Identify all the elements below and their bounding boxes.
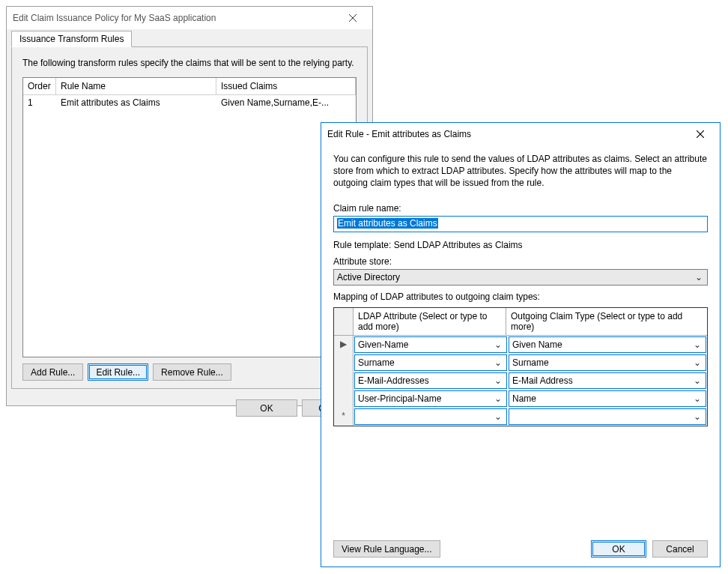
rule-cancel-button[interactable]: Cancel [652, 540, 708, 558]
claim-type-combo[interactable]: ⌄ [509, 408, 706, 425]
rule-ok-button[interactable]: OK [591, 540, 646, 558]
policy-intro: The following transform rules specify th… [22, 58, 357, 68]
rules-grid-header: Order Rule Name Issued Claims [23, 78, 356, 95]
mapping-row-new: * ⌄ ⌄ [334, 408, 707, 426]
claim-type-combo[interactable]: Surname⌄ [509, 354, 706, 371]
mapping-row: Surname⌄ Surname⌄ [334, 354, 707, 372]
chevron-down-icon: ⌄ [692, 339, 703, 350]
col-issued-claims[interactable]: Issued Claims [216, 78, 356, 95]
mapping-row: E-Mail-Addresses⌄ E-Mail Address⌄ [334, 372, 707, 390]
ldap-attr-combo[interactable]: Given-Name⌄ [354, 336, 507, 353]
chevron-down-icon: ⌄ [692, 357, 703, 368]
rule-body: You can configure this rule to send the … [321, 145, 720, 567]
close-icon[interactable] [685, 124, 715, 145]
rule-template-line: Rule template: Send LDAP Attributes as C… [333, 240, 708, 250]
claim-type-combo[interactable]: E-Mail Address⌄ [509, 372, 706, 389]
chevron-down-icon: ⌄ [493, 357, 503, 368]
attribute-store-value: Active Directory [337, 272, 400, 283]
claim-type-combo[interactable]: Given Name⌄ [509, 336, 706, 353]
policy-title: Edit Claim Issuance Policy for My SaaS a… [13, 13, 338, 23]
policy-dialog-buttons: OK Cancel [7, 393, 372, 424]
row-header-blank [334, 308, 354, 335]
policy-tabstrip: Issuance Transform Rules [11, 31, 368, 47]
claim-rule-name-label: Claim rule name: [333, 203, 708, 214]
mapping-grid-header: LDAP Attribute (Select or type to add mo… [334, 308, 707, 336]
rule-titlebar: Edit Rule - Emit attributes as Claims [321, 123, 720, 145]
ldap-attr-combo[interactable]: Surname⌄ [354, 354, 507, 371]
remove-rule-button[interactable]: Remove Rule... [153, 363, 231, 381]
ldap-attr-combo[interactable]: ⌄ [354, 408, 507, 425]
cell-issued: Given Name,Surname,E-... [216, 95, 356, 110]
col-ldap-attribute[interactable]: LDAP Attribute (Select or type to add mo… [354, 308, 506, 335]
ldap-attr-combo[interactable]: User-Principal-Name⌄ [354, 390, 507, 407]
mapping-grid: LDAP Attribute (Select or type to add mo… [333, 307, 708, 426]
row-marker: ▶ [334, 336, 354, 354]
chevron-down-icon: ⌄ [493, 339, 503, 350]
attribute-store-label: Attribute store: [333, 256, 708, 267]
close-icon[interactable] [338, 7, 368, 28]
mapping-label: Mapping of LDAP attributes to outgoing c… [333, 291, 708, 302]
row-marker [334, 390, 354, 408]
attribute-store-combo[interactable]: Active Directory ⌄ [333, 269, 708, 286]
policy-ok-button[interactable]: OK [236, 399, 297, 417]
row-marker [334, 354, 354, 372]
chevron-down-icon: ⌄ [694, 272, 704, 283]
chevron-down-icon: ⌄ [692, 411, 703, 422]
rule-buttons-row: Add Rule... Edit Rule... Remove Rule... [22, 363, 357, 381]
ldap-attr-combo[interactable]: E-Mail-Addresses⌄ [354, 372, 507, 389]
add-rule-button[interactable]: Add Rule... [22, 363, 83, 381]
edit-rule-window: Edit Rule - Emit attributes as Claims Yo… [321, 122, 721, 567]
chevron-down-icon: ⌄ [493, 393, 503, 404]
chevron-down-icon: ⌄ [692, 375, 703, 386]
rule-footer: View Rule Language... OK Cancel [333, 533, 708, 558]
policy-body: The following transform rules specify th… [11, 47, 368, 389]
tab-issuance-transform-rules[interactable]: Issuance Transform Rules [11, 31, 132, 47]
col-outgoing-claim[interactable]: Outgoing Claim Type (Select or type to a… [506, 308, 707, 335]
chevron-down-icon: ⌄ [493, 411, 503, 422]
chevron-down-icon: ⌄ [493, 375, 503, 386]
row-marker [334, 372, 354, 390]
mapping-row: User-Principal-Name⌄ Name⌄ [334, 390, 707, 408]
chevron-down-icon: ⌄ [692, 393, 703, 404]
cell-order: 1 [23, 95, 56, 110]
claim-rule-name-input[interactable]: Emit attributes as Claims [333, 216, 708, 232]
cell-rule-name: Emit attributes as Claims [56, 95, 216, 110]
claim-type-combo[interactable]: Name⌄ [509, 390, 706, 407]
policy-titlebar: Edit Claim Issuance Policy for My SaaS a… [7, 7, 372, 29]
col-rule-name[interactable]: Rule Name [56, 78, 216, 95]
col-order[interactable]: Order [23, 78, 56, 95]
mapping-row: ▶ Given-Name⌄ Given Name⌄ [334, 336, 707, 354]
edit-rule-button[interactable]: Edit Rule... [88, 363, 148, 381]
rule-title: Edit Rule - Emit attributes as Claims [327, 129, 685, 139]
claim-rule-name-value: Emit attributes as Claims [337, 218, 438, 229]
rules-grid[interactable]: Order Rule Name Issued Claims 1 Emit att… [22, 77, 357, 357]
view-rule-language-button[interactable]: View Rule Language... [333, 540, 440, 558]
rules-grid-row[interactable]: 1 Emit attributes as Claims Given Name,S… [23, 95, 356, 110]
rule-description: You can configure this rule to send the … [333, 153, 708, 190]
policy-window: Edit Claim Issuance Policy for My SaaS a… [6, 6, 373, 406]
row-marker: * [334, 408, 354, 426]
